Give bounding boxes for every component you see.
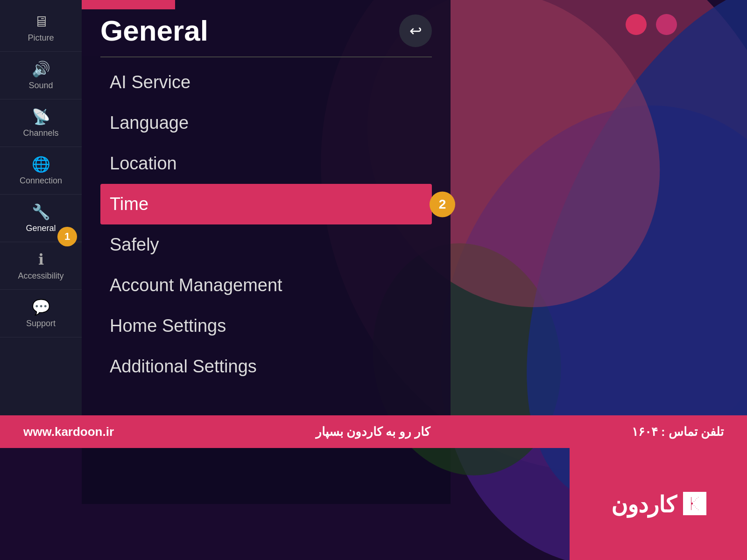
dot-1 xyxy=(626,14,647,35)
middle-text: کار رو به کاردون بسپار xyxy=(316,425,430,439)
sidebar-item-label-sound: Sound xyxy=(28,81,53,91)
website-label: www.kardoon.ir xyxy=(23,425,114,439)
sidebar-item-accessibility[interactable]: ℹ Accessibility xyxy=(0,242,82,290)
main-panel: General ↩ AI Service Language Location T… xyxy=(82,0,451,448)
sidebar-item-label-connection: Connection xyxy=(20,176,62,186)
menu-item-location[interactable]: Location xyxy=(100,143,432,184)
dot-2 xyxy=(656,14,677,35)
sidebar-item-channels[interactable]: 📡 Channels xyxy=(0,99,82,147)
general-icon: 🔧 xyxy=(32,203,50,221)
back-icon: ↩ xyxy=(409,22,422,40)
menu-item-additional-settings[interactable]: Additional Settings xyxy=(100,346,432,387)
panel-header: General ↩ xyxy=(100,14,432,47)
pink-top-bar xyxy=(82,0,175,9)
sidebar-item-label-accessibility: Accessibility xyxy=(18,271,63,281)
sidebar-item-support[interactable]: 💬 Support xyxy=(0,290,82,337)
sidebar: 🖥 Picture 🔊 Sound 📡 Channels 🌐 Connectio… xyxy=(0,0,82,448)
sidebar-item-label-support: Support xyxy=(26,319,56,329)
picture-icon: 🖥 xyxy=(34,13,49,30)
menu-item-language[interactable]: Language xyxy=(100,103,432,143)
badge-1: 1 xyxy=(57,227,77,246)
menu-item-ai-service[interactable]: AI Service xyxy=(100,62,432,103)
badge-2: 2 xyxy=(430,191,455,217)
header-divider xyxy=(100,56,432,57)
page-title: General xyxy=(100,14,208,47)
decorative-dots xyxy=(626,14,677,35)
sidebar-item-label-channels: Channels xyxy=(23,128,58,138)
sidebar-item-connection[interactable]: 🌐 Connection xyxy=(0,147,82,195)
menu-item-account-management[interactable]: Account Management xyxy=(100,265,432,306)
sidebar-item-sound[interactable]: 🔊 Sound xyxy=(0,52,82,99)
support-icon: 💬 xyxy=(32,298,50,316)
kardoon-logo: 🅺 کاردون xyxy=(611,490,705,518)
sidebar-item-picture[interactable]: 🖥 Picture xyxy=(0,5,82,52)
menu-item-time[interactable]: Time 2 xyxy=(100,184,432,224)
sidebar-item-general[interactable]: 🔧 General 1 xyxy=(0,195,82,242)
menu-item-home-settings[interactable]: Home Settings xyxy=(100,306,432,346)
accessibility-icon: ℹ xyxy=(38,251,44,268)
phone-label: تلفن تماس : ۱۶۰۴ xyxy=(632,425,724,439)
back-button[interactable]: ↩ xyxy=(399,14,432,47)
kardoon-logo-area: 🅺 کاردون xyxy=(570,448,747,560)
bottom-bar: تلفن تماس : ۱۶۰۴ کار رو به کاردون بسپار … xyxy=(0,415,747,448)
channels-icon: 📡 xyxy=(32,108,50,126)
connection-icon: 🌐 xyxy=(32,155,50,173)
sidebar-item-label-picture: Picture xyxy=(28,33,54,43)
sidebar-item-label-general: General xyxy=(26,224,56,233)
menu-item-safely[interactable]: Safely xyxy=(100,224,432,265)
sound-icon: 🔊 xyxy=(32,60,50,78)
